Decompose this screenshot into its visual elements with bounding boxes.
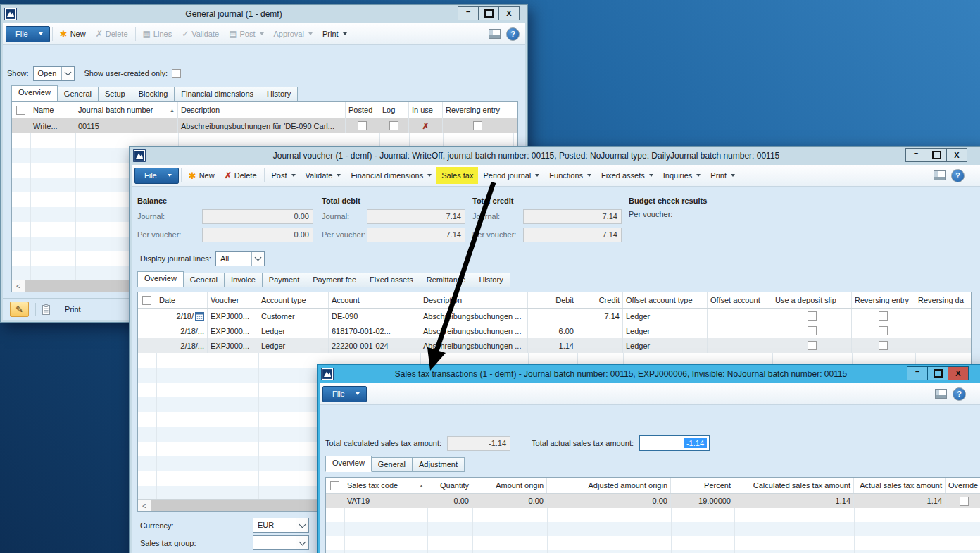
tab-history[interactable]: History xyxy=(260,87,298,101)
cell-account[interactable]: DE-090 xyxy=(329,309,420,323)
cell-voucher[interactable]: EXPJ000... xyxy=(208,338,258,353)
close-button[interactable]: X xyxy=(948,366,969,380)
col-offset-account-type[interactable]: Offset account type xyxy=(623,292,708,308)
reversing-entry-checkbox[interactable] xyxy=(879,311,888,321)
show-select[interactable]: Open xyxy=(33,66,75,81)
row-select-cell[interactable] xyxy=(326,494,344,508)
tab-invoice[interactable]: Invoice xyxy=(225,273,263,287)
col-quantity[interactable]: Quantity xyxy=(427,478,472,493)
col-override-calculated[interactable]: Override calcula xyxy=(946,478,980,493)
cell-description[interactable]: Abschreibungsbuchungen für 'DE-090 Carl.… xyxy=(178,118,346,133)
minimize-button[interactable]: – xyxy=(907,366,928,380)
tab-overview[interactable]: Overview xyxy=(137,271,184,287)
post-menu[interactable]: Post xyxy=(267,167,301,184)
help-icon[interactable]: ? xyxy=(506,27,520,41)
calendar-icon[interactable] xyxy=(195,311,204,321)
col-description[interactable]: Description xyxy=(420,292,528,308)
cell-description[interactable]: Abschreibungsbuchungen ... xyxy=(420,309,528,323)
sales-tax-group-select[interactable] xyxy=(253,535,309,550)
table-row[interactable]: Write... 00115 Abschreibungsbuchungen fü… xyxy=(12,118,517,133)
document-handling-icon[interactable] xyxy=(42,304,51,315)
layout-icon[interactable] xyxy=(489,29,501,39)
currency-select[interactable]: EUR xyxy=(253,518,309,533)
tab-fixed-assets[interactable]: Fixed assets xyxy=(363,273,420,287)
cell-credit[interactable]: 7.14 xyxy=(577,309,623,323)
cell-account[interactable]: 618170-001-02... xyxy=(329,323,420,338)
col-calculated-sales-tax-amount[interactable]: Calculated sales tax amount xyxy=(734,478,854,493)
col-debit[interactable]: Debit xyxy=(528,292,577,308)
select-all-checkbox[interactable] xyxy=(16,106,25,115)
cell-journal-batch-number[interactable]: 00115 xyxy=(75,118,178,133)
tab-payment[interactable]: Payment xyxy=(263,273,306,287)
tab-general[interactable]: General xyxy=(372,457,413,472)
col-reversing-entry[interactable]: Reversing entry xyxy=(852,292,915,308)
layout-icon[interactable] xyxy=(934,170,946,180)
select-all-checkbox[interactable] xyxy=(142,296,151,305)
layout-icon[interactable] xyxy=(935,389,947,399)
reversing-entry-checkbox[interactable] xyxy=(473,121,482,130)
journal-voucher-titlebar[interactable]: Journal voucher (1 - demf) - Journal: Wr… xyxy=(132,147,980,165)
help-icon[interactable]: ? xyxy=(951,169,965,182)
close-button[interactable]: X xyxy=(946,148,967,162)
file-menu-button[interactable]: File xyxy=(134,168,179,184)
row-select-cell[interactable] xyxy=(138,323,156,338)
cell-voucher[interactable]: EXPJ000... xyxy=(208,309,258,323)
scroll-left-button[interactable]: < xyxy=(138,500,151,511)
file-menu-button[interactable]: File xyxy=(322,386,367,402)
cell-name[interactable]: Write... xyxy=(30,118,75,133)
tab-general[interactable]: General xyxy=(58,87,99,101)
cell-offset-account-type[interactable]: Ledger xyxy=(623,309,708,323)
cell-account-type[interactable]: Ledger xyxy=(258,323,329,338)
fixed-assets-menu[interactable]: Fixed assets xyxy=(596,167,658,184)
maximize-button[interactable] xyxy=(926,148,947,162)
cell-credit[interactable] xyxy=(577,323,623,338)
deposit-slip-checkbox[interactable] xyxy=(808,326,817,335)
tab-overview[interactable]: Overview xyxy=(325,456,372,472)
cell-calculated-sales-tax-amount[interactable]: -1.14 xyxy=(734,494,854,508)
new-button[interactable]: ✱New xyxy=(55,25,91,42)
override-checkbox[interactable] xyxy=(960,497,969,506)
col-description[interactable]: Description xyxy=(178,102,346,118)
cell-offset-account[interactable] xyxy=(708,309,772,323)
cell-adjusted-amount-origin[interactable]: 0.00 xyxy=(547,494,671,508)
minimize-button[interactable]: – xyxy=(458,6,479,20)
cell-date[interactable]: 2/18/ xyxy=(156,309,208,323)
cell-account-type[interactable]: Ledger xyxy=(258,338,329,353)
col-actual-sales-tax-amount[interactable]: Actual sales tax amount xyxy=(854,478,946,493)
cell-reversing-date[interactable] xyxy=(915,323,971,338)
maximize-button[interactable] xyxy=(478,6,499,20)
minimize-button[interactable]: – xyxy=(905,148,926,162)
reversing-entry-checkbox[interactable] xyxy=(879,341,888,350)
validate-menu[interactable]: Validate xyxy=(301,167,346,184)
cell-account[interactable]: 222200-001-024 xyxy=(329,338,420,353)
col-offset-account[interactable]: Offset account xyxy=(708,292,772,308)
tab-overview[interactable]: Overview xyxy=(11,85,58,101)
tab-blocking[interactable]: Blocking xyxy=(132,87,175,101)
help-icon[interactable]: ? xyxy=(953,387,966,401)
delete-button[interactable]: ✗Delete xyxy=(220,167,262,184)
cell-description[interactable]: Abschreibungsbuchungen ... xyxy=(420,323,528,338)
cell-offset-account[interactable] xyxy=(708,338,772,353)
col-reversing-date[interactable]: Reversing da xyxy=(915,292,971,308)
tab-adjustment[interactable]: Adjustment xyxy=(413,457,465,472)
display-journal-lines-select[interactable]: All xyxy=(215,251,265,266)
functions-menu[interactable]: Functions xyxy=(544,167,596,184)
total-actual-field[interactable]: -1.14 xyxy=(639,435,710,451)
col-voucher[interactable]: Voucher xyxy=(208,292,258,308)
tab-payment-fee[interactable]: Payment fee xyxy=(306,273,363,287)
col-journal-batch-number[interactable]: Journal batch number▲ xyxy=(75,102,178,118)
deposit-slip-checkbox[interactable] xyxy=(808,311,817,321)
status-print-label[interactable]: Print xyxy=(65,305,81,313)
col-reversing-entry[interactable]: Reversing entry xyxy=(443,102,513,118)
cell-debit[interactable] xyxy=(528,309,577,323)
cell-actual-sales-tax-amount[interactable]: -1.14 xyxy=(854,494,946,508)
period-journal-menu[interactable]: Period journal xyxy=(478,167,544,184)
cell-reversing-date[interactable] xyxy=(915,338,971,353)
table-row[interactable]: 2/18/ EXPJ000... Customer DE-090 Abschre… xyxy=(138,309,971,323)
cell-offset-account[interactable] xyxy=(708,323,772,338)
cell-account-type[interactable]: Customer xyxy=(258,309,329,323)
cell-percent[interactable]: 19.00000 xyxy=(671,494,734,508)
print-menu[interactable]: Print xyxy=(318,25,352,42)
user-created-checkbox[interactable] xyxy=(172,69,181,78)
col-amount-origin[interactable]: Amount origin xyxy=(472,478,547,493)
